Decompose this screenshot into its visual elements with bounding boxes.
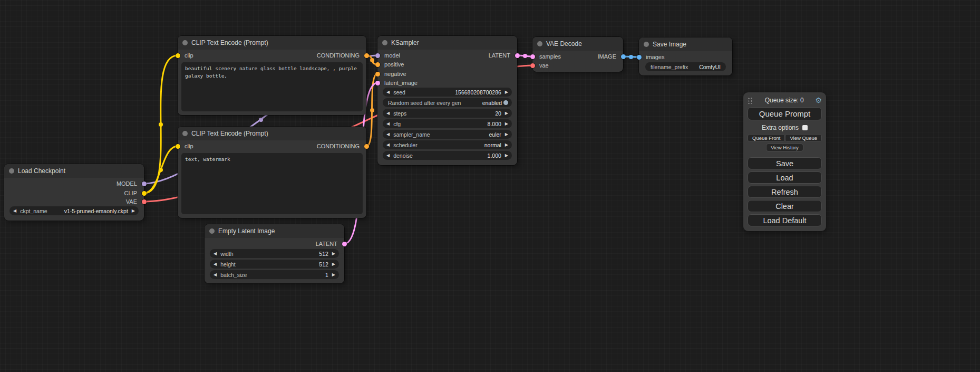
output-slot-image: IMAGE bbox=[532, 53, 623, 60]
node-title: CLIP Text Encode (Prompt) bbox=[191, 130, 268, 137]
positive-input-port[interactable] bbox=[375, 62, 380, 67]
random-seed-toggle-widget[interactable]: Random seed after every gen enabled bbox=[383, 98, 512, 107]
latent-output-port[interactable] bbox=[342, 242, 347, 246]
increment-icon[interactable]: ▶ bbox=[505, 132, 508, 137]
settings-gear-icon[interactable]: ⚙ bbox=[815, 97, 822, 104]
load-button[interactable]: Load bbox=[748, 171, 822, 184]
image-output-port[interactable] bbox=[621, 54, 626, 59]
prev-value-icon[interactable]: ◀ bbox=[13, 209, 16, 213]
menu-header: Queue size: 0 ⚙ bbox=[748, 96, 822, 104]
load-checkpoint-titlebar[interactable]: Load Checkpoint bbox=[4, 164, 144, 178]
link-midpoint-dot bbox=[159, 168, 163, 172]
vae-output-port[interactable] bbox=[142, 199, 147, 204]
decrement-icon[interactable]: ◀ bbox=[214, 262, 217, 266]
comfy-menu-panel: Queue size: 0 ⚙ Queue Prompt Extra optio… bbox=[743, 92, 826, 231]
node-collapse-icon[interactable] bbox=[9, 168, 14, 174]
decrement-icon[interactable]: ◀ bbox=[386, 90, 390, 94]
slot-label: LATENT bbox=[316, 241, 337, 247]
load-default-button[interactable]: Load Default bbox=[748, 214, 822, 226]
scheduler-widget[interactable]: ◀ scheduler normal ▶ bbox=[383, 140, 512, 149]
decrement-icon[interactable]: ◀ bbox=[214, 273, 217, 277]
save-image-titlebar[interactable]: Save Image bbox=[639, 37, 732, 51]
height-widget[interactable]: ◀ height 512 ▶ bbox=[210, 260, 339, 269]
decrement-icon[interactable]: ◀ bbox=[386, 132, 390, 137]
empty-latent-titlebar[interactable]: Empty Latent Image bbox=[205, 224, 344, 238]
node-title: KSampler bbox=[391, 39, 419, 46]
queue-prompt-button[interactable]: Queue Prompt bbox=[748, 107, 822, 120]
next-value-icon[interactable]: ▶ bbox=[132, 209, 135, 213]
slot-label: CONDITIONING bbox=[317, 52, 360, 59]
positive-prompt-textarea[interactable]: beautiful scenery nature glass bottle la… bbox=[181, 62, 363, 111]
increment-icon[interactable]: ▶ bbox=[332, 262, 335, 266]
decrement-icon[interactable]: ◀ bbox=[214, 252, 217, 256]
clip-encode-titlebar[interactable]: CLIP Text Encode (Prompt) bbox=[178, 127, 366, 140]
node-vae-decode[interactable]: VAE Decode samples IMAGE vae bbox=[532, 37, 623, 72]
increment-icon[interactable]: ▶ bbox=[505, 143, 508, 147]
node-collapse-icon[interactable] bbox=[182, 40, 188, 45]
node-collapse-icon[interactable] bbox=[209, 228, 215, 234]
sampler-name-widget[interactable]: ◀ sampler_name euler ▶ bbox=[383, 130, 512, 139]
clip-output-port[interactable] bbox=[142, 191, 147, 196]
decrement-icon[interactable]: ◀ bbox=[386, 111, 390, 116]
node-title: Load Checkpoint bbox=[18, 167, 65, 175]
vae-decode-titlebar[interactable]: VAE Decode bbox=[532, 37, 623, 51]
increment-icon[interactable]: ▶ bbox=[332, 252, 335, 256]
wire-clip-positive bbox=[144, 55, 178, 193]
widget-value: v1-5-pruned-emaonly.ckpt bbox=[64, 208, 128, 214]
clip-encode-titlebar[interactable]: CLIP Text Encode (Prompt) bbox=[178, 36, 366, 50]
increment-icon[interactable]: ▶ bbox=[505, 154, 508, 158]
increment-icon[interactable]: ▶ bbox=[505, 111, 508, 116]
ckpt-name-widget[interactable]: ◀ ckpt_name v1-5-pruned-emaonly.ckpt ▶ bbox=[9, 206, 139, 215]
seed-widget[interactable]: ◀ seed 156680208700286 ▶ bbox=[383, 88, 512, 97]
batch-size-widget[interactable]: ◀ batch_size 1 ▶ bbox=[210, 270, 339, 279]
refresh-button[interactable]: Refresh bbox=[748, 186, 822, 198]
node-clip-text-encode-positive[interactable]: CLIP Text Encode (Prompt) clip CONDITION… bbox=[178, 36, 366, 115]
images-input-port[interactable] bbox=[637, 55, 642, 60]
save-button[interactable]: Save bbox=[748, 157, 822, 169]
link-midpoint-dot bbox=[370, 108, 374, 112]
width-widget[interactable]: ◀ width 512 ▶ bbox=[210, 249, 339, 258]
toggle-indicator-icon[interactable] bbox=[503, 100, 508, 105]
extra-options-checkbox[interactable] bbox=[802, 125, 808, 130]
input-slot-images: images bbox=[639, 53, 732, 61]
cfg-widget[interactable]: ◀ cfg 8.000 ▶ bbox=[383, 119, 512, 128]
conditioning-output-port[interactable] bbox=[364, 53, 369, 58]
decrement-icon[interactable]: ◀ bbox=[386, 154, 390, 158]
widget-name: scheduler bbox=[393, 142, 418, 148]
increment-icon[interactable]: ▶ bbox=[505, 90, 508, 94]
drag-handle-icon[interactable] bbox=[748, 97, 753, 104]
conditioning-output-port[interactable] bbox=[364, 144, 369, 149]
input-slot-negative: negative bbox=[377, 70, 517, 78]
ksampler-titlebar[interactable]: KSampler bbox=[377, 36, 517, 50]
node-collapse-icon[interactable] bbox=[644, 42, 649, 47]
steps-widget[interactable]: ◀ steps 20 ▶ bbox=[383, 109, 512, 118]
extra-options-row: Extra options bbox=[748, 123, 822, 132]
negative-input-port[interactable] bbox=[375, 72, 380, 77]
node-collapse-icon[interactable] bbox=[382, 40, 387, 45]
slot-label: vae bbox=[539, 62, 549, 69]
node-collapse-icon[interactable] bbox=[182, 131, 188, 136]
negative-prompt-textarea[interactable]: text, watermark bbox=[181, 153, 363, 214]
queue-front-button[interactable]: Queue Front bbox=[748, 134, 785, 142]
graph-canvas[interactable]: Load Checkpoint MODEL CLIP VAE ◀ ckpt_na… bbox=[0, 0, 980, 372]
increment-icon[interactable]: ▶ bbox=[505, 122, 508, 126]
view-history-button[interactable]: View History bbox=[766, 144, 803, 151]
node-clip-text-encode-negative[interactable]: CLIP Text Encode (Prompt) clip CONDITION… bbox=[178, 127, 366, 218]
clear-button[interactable]: Clear bbox=[748, 200, 822, 212]
slot-label: LATENT bbox=[489, 52, 510, 59]
node-load-checkpoint[interactable]: Load Checkpoint MODEL CLIP VAE ◀ ckpt_na… bbox=[4, 164, 144, 221]
decrement-icon[interactable]: ◀ bbox=[386, 122, 390, 126]
latent-image-input-port[interactable] bbox=[375, 81, 380, 85]
filename-prefix-widget[interactable]: filename_prefix ComfyUI bbox=[645, 62, 726, 71]
model-output-port[interactable] bbox=[142, 182, 147, 186]
node-save-image[interactable]: Save Image images filename_prefix ComfyU… bbox=[639, 37, 732, 75]
vae-input-port[interactable] bbox=[530, 63, 535, 68]
node-collapse-icon[interactable] bbox=[537, 41, 542, 46]
latent-output-port[interactable] bbox=[515, 53, 520, 58]
increment-icon[interactable]: ▶ bbox=[332, 273, 335, 277]
node-ksampler[interactable]: KSampler model LATENT positive negative … bbox=[377, 36, 517, 165]
denoise-widget[interactable]: ◀ denoise 1.000 ▶ bbox=[383, 151, 512, 160]
node-empty-latent-image[interactable]: Empty Latent Image LATENT ◀ width 512 ▶ … bbox=[205, 224, 344, 283]
decrement-icon[interactable]: ◀ bbox=[386, 143, 390, 147]
view-queue-button[interactable]: View Queue bbox=[785, 134, 822, 142]
